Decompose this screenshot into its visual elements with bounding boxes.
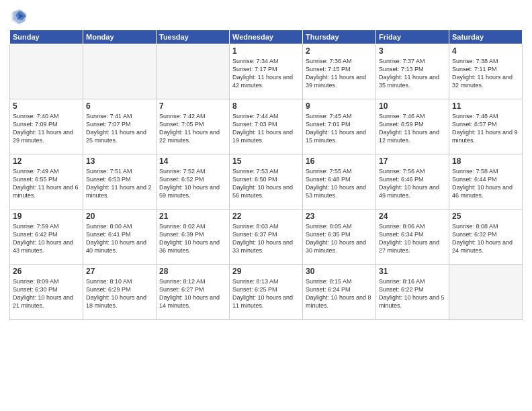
day-info: Sunrise: 7:37 AM Sunset: 7:13 PM Dayligh… bbox=[379, 57, 446, 90]
day-cell: 25Sunrise: 8:08 AM Sunset: 6:32 PM Dayli… bbox=[449, 210, 523, 265]
week-row-4: 26Sunrise: 8:09 AM Sunset: 6:30 PM Dayli… bbox=[10, 265, 523, 320]
day-number: 20 bbox=[86, 212, 153, 221]
day-info: Sunrise: 7:59 AM Sunset: 6:42 PM Dayligh… bbox=[13, 222, 80, 255]
day-number: 7 bbox=[159, 101, 226, 111]
day-info: Sunrise: 7:44 AM Sunset: 7:03 PM Dayligh… bbox=[232, 112, 300, 145]
day-cell: 29Sunrise: 8:13 AM Sunset: 6:25 PM Dayli… bbox=[230, 265, 303, 320]
day-cell bbox=[83, 44, 157, 99]
calendar: SundayMondayTuesdayWednesdayThursdayFrid… bbox=[9, 30, 523, 320]
day-info: Sunrise: 8:03 AM Sunset: 6:37 PM Dayligh… bbox=[232, 222, 300, 255]
day-number: 1 bbox=[232, 46, 300, 56]
day-cell: 12Sunrise: 7:49 AM Sunset: 6:55 PM Dayli… bbox=[10, 154, 83, 210]
day-cell: 6Sunrise: 7:41 AM Sunset: 7:07 PM Daylig… bbox=[83, 99, 157, 154]
day-info: Sunrise: 8:02 AM Sunset: 6:39 PM Dayligh… bbox=[159, 222, 226, 255]
day-info: Sunrise: 7:42 AM Sunset: 7:05 PM Dayligh… bbox=[159, 112, 226, 145]
day-number: 16 bbox=[306, 156, 373, 166]
col-header-sunday: Sunday bbox=[10, 30, 83, 44]
day-number: 12 bbox=[13, 156, 80, 166]
col-header-tuesday: Tuesday bbox=[157, 30, 230, 44]
day-number: 8 bbox=[232, 101, 300, 111]
day-info: Sunrise: 8:05 AM Sunset: 6:35 PM Dayligh… bbox=[306, 222, 373, 255]
day-info: Sunrise: 7:58 AM Sunset: 6:44 PM Dayligh… bbox=[452, 167, 519, 200]
day-number: 4 bbox=[452, 46, 519, 56]
day-number: 28 bbox=[159, 267, 226, 276]
col-header-monday: Monday bbox=[83, 30, 157, 44]
day-number: 22 bbox=[232, 212, 300, 221]
day-info: Sunrise: 8:06 AM Sunset: 6:34 PM Dayligh… bbox=[379, 222, 446, 255]
day-cell: 26Sunrise: 8:09 AM Sunset: 6:30 PM Dayli… bbox=[10, 265, 83, 320]
day-cell: 21Sunrise: 8:02 AM Sunset: 6:39 PM Dayli… bbox=[157, 210, 230, 265]
day-cell: 7Sunrise: 7:42 AM Sunset: 7:05 PM Daylig… bbox=[157, 99, 230, 154]
day-info: Sunrise: 7:48 AM Sunset: 6:57 PM Dayligh… bbox=[452, 112, 519, 145]
day-cell: 24Sunrise: 8:06 AM Sunset: 6:34 PM Dayli… bbox=[376, 210, 449, 265]
day-cell: 22Sunrise: 8:03 AM Sunset: 6:37 PM Dayli… bbox=[230, 210, 303, 265]
day-cell: 9Sunrise: 7:45 AM Sunset: 7:01 PM Daylig… bbox=[303, 99, 376, 154]
day-cell: 17Sunrise: 7:56 AM Sunset: 6:46 PM Dayli… bbox=[376, 154, 449, 210]
day-cell: 11Sunrise: 7:48 AM Sunset: 6:57 PM Dayli… bbox=[449, 99, 523, 154]
day-number: 2 bbox=[306, 46, 373, 56]
logo bbox=[9, 7, 31, 26]
day-info: Sunrise: 8:12 AM Sunset: 6:27 PM Dayligh… bbox=[159, 277, 226, 310]
day-number: 9 bbox=[306, 101, 373, 111]
col-header-saturday: Saturday bbox=[449, 30, 523, 44]
day-number: 29 bbox=[232, 267, 300, 276]
day-number: 6 bbox=[86, 101, 153, 111]
day-number: 15 bbox=[232, 156, 300, 166]
day-number: 26 bbox=[13, 267, 80, 276]
day-info: Sunrise: 7:52 AM Sunset: 6:52 PM Dayligh… bbox=[159, 167, 226, 200]
day-cell bbox=[157, 44, 230, 99]
col-header-friday: Friday bbox=[376, 30, 449, 44]
day-number: 31 bbox=[379, 267, 446, 276]
day-cell: 2Sunrise: 7:36 AM Sunset: 7:15 PM Daylig… bbox=[303, 44, 376, 99]
day-number: 19 bbox=[13, 212, 80, 221]
day-number: 25 bbox=[452, 212, 519, 221]
day-info: Sunrise: 8:09 AM Sunset: 6:30 PM Dayligh… bbox=[13, 277, 80, 310]
day-info: Sunrise: 7:49 AM Sunset: 6:55 PM Dayligh… bbox=[13, 167, 80, 200]
day-number: 18 bbox=[452, 156, 519, 166]
day-cell: 23Sunrise: 8:05 AM Sunset: 6:35 PM Dayli… bbox=[303, 210, 376, 265]
day-number: 23 bbox=[306, 212, 373, 221]
day-number: 24 bbox=[379, 212, 446, 221]
day-cell: 5Sunrise: 7:40 AM Sunset: 7:09 PM Daylig… bbox=[10, 99, 83, 154]
week-row-1: 5Sunrise: 7:40 AM Sunset: 7:09 PM Daylig… bbox=[10, 99, 523, 154]
day-number: 11 bbox=[452, 101, 519, 111]
day-info: Sunrise: 7:53 AM Sunset: 6:50 PM Dayligh… bbox=[232, 167, 300, 200]
day-info: Sunrise: 7:34 AM Sunset: 7:17 PM Dayligh… bbox=[232, 57, 300, 90]
day-cell: 8Sunrise: 7:44 AM Sunset: 7:03 PM Daylig… bbox=[230, 99, 303, 154]
day-info: Sunrise: 8:16 AM Sunset: 6:22 PM Dayligh… bbox=[379, 277, 446, 310]
day-cell: 20Sunrise: 8:00 AM Sunset: 6:41 PM Dayli… bbox=[83, 210, 157, 265]
week-row-0: 1Sunrise: 7:34 AM Sunset: 7:17 PM Daylig… bbox=[10, 44, 523, 99]
day-info: Sunrise: 8:00 AM Sunset: 6:41 PM Dayligh… bbox=[86, 222, 153, 255]
calendar-header-row: SundayMondayTuesdayWednesdayThursdayFrid… bbox=[10, 30, 523, 44]
day-info: Sunrise: 7:40 AM Sunset: 7:09 PM Dayligh… bbox=[13, 112, 80, 145]
day-cell: 14Sunrise: 7:52 AM Sunset: 6:52 PM Dayli… bbox=[157, 154, 230, 210]
day-cell: 19Sunrise: 7:59 AM Sunset: 6:42 PM Dayli… bbox=[10, 210, 83, 265]
day-number: 17 bbox=[379, 156, 446, 166]
day-number: 27 bbox=[86, 267, 153, 276]
day-cell: 30Sunrise: 8:15 AM Sunset: 6:24 PM Dayli… bbox=[303, 265, 376, 320]
day-cell: 28Sunrise: 8:12 AM Sunset: 6:27 PM Dayli… bbox=[157, 265, 230, 320]
day-cell: 13Sunrise: 7:51 AM Sunset: 6:53 PM Dayli… bbox=[83, 154, 157, 210]
week-row-3: 19Sunrise: 7:59 AM Sunset: 6:42 PM Dayli… bbox=[10, 210, 523, 265]
day-info: Sunrise: 8:13 AM Sunset: 6:25 PM Dayligh… bbox=[232, 277, 300, 310]
col-header-wednesday: Wednesday bbox=[230, 30, 303, 44]
day-cell: 1Sunrise: 7:34 AM Sunset: 7:17 PM Daylig… bbox=[230, 44, 303, 99]
week-row-2: 12Sunrise: 7:49 AM Sunset: 6:55 PM Dayli… bbox=[10, 154, 523, 210]
day-info: Sunrise: 8:08 AM Sunset: 6:32 PM Dayligh… bbox=[452, 222, 519, 255]
day-cell bbox=[10, 44, 83, 99]
day-number: 5 bbox=[13, 101, 80, 111]
logo-icon bbox=[9, 7, 28, 26]
day-cell: 15Sunrise: 7:53 AM Sunset: 6:50 PM Dayli… bbox=[230, 154, 303, 210]
day-info: Sunrise: 7:51 AM Sunset: 6:53 PM Dayligh… bbox=[86, 167, 153, 200]
day-number: 30 bbox=[306, 267, 373, 276]
page: SundayMondayTuesdayWednesdayThursdayFrid… bbox=[0, 0, 532, 411]
day-cell: 18Sunrise: 7:58 AM Sunset: 6:44 PM Dayli… bbox=[449, 154, 523, 210]
day-info: Sunrise: 8:15 AM Sunset: 6:24 PM Dayligh… bbox=[306, 277, 373, 310]
day-info: Sunrise: 7:55 AM Sunset: 6:48 PM Dayligh… bbox=[306, 167, 373, 200]
day-cell: 4Sunrise: 7:38 AM Sunset: 7:11 PM Daylig… bbox=[449, 44, 523, 99]
day-cell: 3Sunrise: 7:37 AM Sunset: 7:13 PM Daylig… bbox=[376, 44, 449, 99]
day-number: 21 bbox=[159, 212, 226, 221]
day-info: Sunrise: 8:10 AM Sunset: 6:29 PM Dayligh… bbox=[86, 277, 153, 310]
day-info: Sunrise: 7:46 AM Sunset: 6:59 PM Dayligh… bbox=[379, 112, 446, 145]
day-number: 3 bbox=[379, 46, 446, 56]
